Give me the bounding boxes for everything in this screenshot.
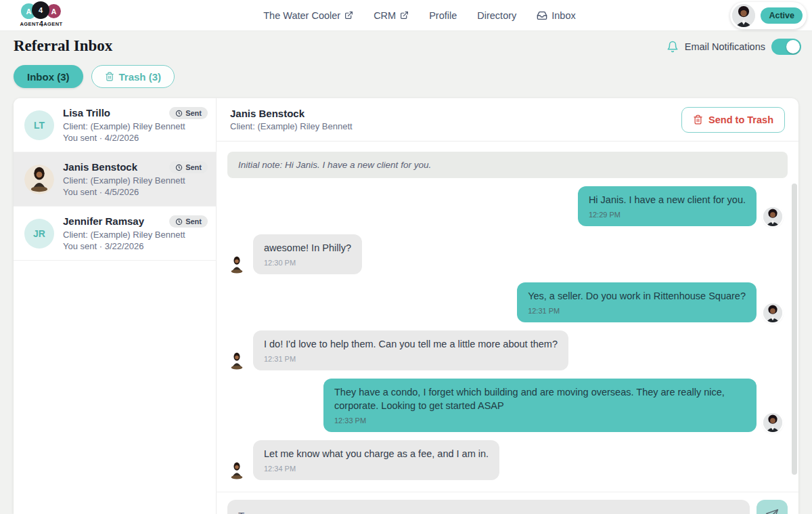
message-text: Let me know what you charge as a fee, an… xyxy=(264,447,489,461)
email-notifications-control: Email Notifications xyxy=(667,39,801,55)
conversation-text: Lisa TrilloClient: (Example) Riley Benne… xyxy=(63,107,185,152)
message-text: I do! I'd love to help them. Can you tel… xyxy=(264,337,558,351)
nav-item-the-water-cooler[interactable]: The Water Cooler xyxy=(263,10,353,21)
sent-status-badge: Sent xyxy=(169,215,208,228)
conversation-name: Janis Benstock xyxy=(63,161,185,173)
message-time: 12:29 PM xyxy=(589,211,746,219)
message-time: 12:34 PM xyxy=(264,465,489,473)
contact-avatar xyxy=(227,461,246,480)
email-notifications-toggle[interactable] xyxy=(771,39,801,55)
nav-item-directory[interactable]: Directory xyxy=(477,10,516,21)
message-list: Initial note: Hi Janis. I have a new cli… xyxy=(217,142,798,492)
nav-item-label: CRM xyxy=(374,10,396,21)
contact-avatar xyxy=(227,351,246,370)
message-bubble: I do! I'd love to help them. Can you tel… xyxy=(253,330,568,370)
message-row-sent: They have a condo, I forget which buildi… xyxy=(227,379,788,432)
trash-icon xyxy=(105,72,114,81)
sent-status-badge: Sent xyxy=(169,107,208,119)
conversation-text: Jennifer RamsayClient: (Example) Riley B… xyxy=(63,215,185,260)
clock-icon xyxy=(175,110,183,117)
message-time: 12:31 PM xyxy=(264,355,558,363)
nav-item-crm[interactable]: CRM xyxy=(374,10,409,21)
nav-item-inbox[interactable]: Inbox xyxy=(537,10,575,21)
conversation-name: Lisa Trillo xyxy=(63,107,185,119)
conversation-client: Client: (Example) Riley Bennett xyxy=(63,229,185,240)
conversation-client: Client: (Example) Riley Bennett xyxy=(63,175,185,186)
conversation-item-lisa-trillo[interactable]: LTLisa TrilloClient: (Example) Riley Ben… xyxy=(14,98,216,152)
contact-avatar xyxy=(227,255,246,274)
chat-header: Janis Benstock Client: (Example) Riley B… xyxy=(217,98,798,142)
conversation-item-jennifer-ramsay[interactable]: JRJennifer RamsayClient: (Example) Riley… xyxy=(14,207,216,261)
status-badge: Active xyxy=(761,7,803,24)
message-bubble: Yes, a seller. Do you work in Rittenhous… xyxy=(517,282,757,322)
message-bubble: awesome! In Philly?12:30 PM xyxy=(253,234,362,274)
conversation-text: Janis BenstockClient: (Example) Riley Be… xyxy=(63,161,185,206)
logo-bubble-4: 4 xyxy=(32,1,49,19)
sender-avatar xyxy=(763,303,782,322)
conversation-meta: You sent · 4/2/2026 xyxy=(63,132,185,144)
agent4agent-logo[interactable]: A 4 A AGENT4AGENT xyxy=(12,1,70,28)
conversation-name: Jennifer Ramsay xyxy=(63,215,185,227)
nav-item-label: Directory xyxy=(477,10,516,21)
clock-icon xyxy=(175,164,183,171)
external-link-icon xyxy=(344,11,353,20)
message-text: They have a condo, I forget which buildi… xyxy=(334,385,746,412)
messages-scrollbar[interactable] xyxy=(792,184,797,475)
send-button[interactable] xyxy=(757,500,788,514)
email-notifications-label: Email Notifications xyxy=(685,41,765,52)
nav-item-profile[interactable]: Profile xyxy=(429,10,457,21)
conversation-client: Client: (Example) Riley Bennett xyxy=(63,121,185,132)
conversation-meta: You sent · 4/5/2026 xyxy=(63,186,185,198)
conversation-avatar: LT xyxy=(24,110,54,140)
message-row-received: I do! I'd love to help them. Can you tel… xyxy=(227,330,788,370)
message-row-sent: Yes, a seller. Do you work in Rittenhous… xyxy=(227,282,788,322)
referral-inbox-screen: A 4 A AGENT4AGENT The Water CoolerCRMPro… xyxy=(0,0,812,514)
clock-icon xyxy=(175,218,183,226)
chat-client-line: Client: (Example) Riley Bennett xyxy=(230,121,353,131)
page-title: Referral Inbox xyxy=(14,37,112,55)
message-row-sent: Hi Janis. I have a new client for you.12… xyxy=(227,186,788,226)
logo-speech-bubbles-icon: A 4 A xyxy=(20,1,63,20)
inbox-tray-icon xyxy=(537,10,547,21)
nav-links: The Water CoolerCRMProfileDirectoryInbox xyxy=(236,10,576,21)
message-time: 12:30 PM xyxy=(264,259,351,267)
user-status-pill[interactable]: Active xyxy=(730,2,807,29)
tab-inbox-3[interactable]: Inbox (3) xyxy=(14,65,83,88)
user-avatar xyxy=(732,4,755,27)
sender-avatar xyxy=(763,207,782,226)
logo-caption-right: AGENT xyxy=(43,21,62,27)
conversation-item-janis-benstock[interactable]: Janis BenstockClient: (Example) Riley Be… xyxy=(14,152,216,207)
send-to-trash-button[interactable]: Send to Trash xyxy=(681,107,785,133)
conversation-meta: You sent · 3/22/2026 xyxy=(63,240,185,252)
tabs: Inbox (3)Trash (3) xyxy=(14,65,175,88)
nav-item-label: Profile xyxy=(429,10,457,21)
conversation-list: LTLisa TrilloClient: (Example) Riley Ben… xyxy=(14,98,217,514)
message-bubble: Hi Janis. I have a new client for you.12… xyxy=(578,186,757,226)
chat-header-info: Janis Benstock Client: (Example) Riley B… xyxy=(230,108,353,131)
message-bubble: They have a condo, I forget which buildi… xyxy=(323,379,757,432)
chat-contact-name: Janis Benstock xyxy=(230,108,353,119)
message-bubble: Let me know what you charge as a fee, an… xyxy=(253,440,499,480)
message-time: 12:33 PM xyxy=(334,416,746,425)
logo-caption-left: AGENT xyxy=(20,21,39,27)
tab-label: Trash (3) xyxy=(119,71,162,83)
message-text: awesome! In Philly? xyxy=(264,241,351,255)
message-input[interactable] xyxy=(227,500,750,514)
sent-status-label: Sent xyxy=(185,109,202,117)
message-text: Yes, a seller. Do you work in Rittenhous… xyxy=(528,289,746,303)
message-row-received: Let me know what you charge as a fee, an… xyxy=(227,440,788,480)
message-row-received: awesome! In Philly?12:30 PM xyxy=(227,234,788,274)
message-time: 12:31 PM xyxy=(528,307,746,315)
sent-status-label: Sent xyxy=(185,217,202,226)
sent-status-label: Sent xyxy=(185,163,202,171)
conversation-avatar: JR xyxy=(24,219,54,249)
toggle-knob xyxy=(786,40,800,53)
inbox-card: LTLisa TrilloClient: (Example) Riley Ben… xyxy=(14,98,798,514)
sent-status-badge: Sent xyxy=(169,161,208,173)
initial-note: Initial note: Hi Janis. I have a new cli… xyxy=(227,152,788,178)
message-text: Hi Janis. I have a new client for you. xyxy=(589,193,746,207)
logo-caption: AGENT4AGENT xyxy=(12,20,70,28)
tab-trash-3[interactable]: Trash (3) xyxy=(91,65,175,88)
chat-panel: Janis Benstock Client: (Example) Riley B… xyxy=(217,98,798,514)
external-link-icon xyxy=(400,11,409,20)
